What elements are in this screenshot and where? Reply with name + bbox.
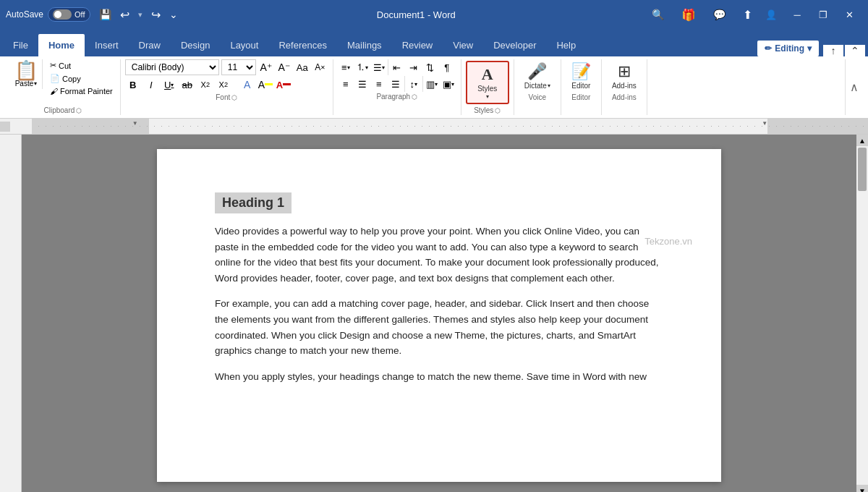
autosave-toggle[interactable]: Off (48, 7, 90, 22)
font-expand-icon[interactable]: ⬡ (231, 94, 237, 101)
undo-icon[interactable]: ↩ (117, 7, 132, 23)
editing-mode-button[interactable]: ✏ Editing ▾ (757, 41, 819, 56)
subscript-button[interactable]: X2 (197, 77, 213, 93)
underline-button[interactable]: U▾ (161, 77, 177, 93)
italic-button[interactable]: I (143, 77, 159, 93)
tab-references[interactable]: References (268, 34, 336, 56)
clear-formatting-button[interactable]: A✕ (312, 59, 328, 75)
scroll-up-button[interactable]: ▲ (856, 135, 868, 146)
left-ruler (0, 135, 22, 492)
microphone-icon: 🎤 (527, 62, 547, 81)
tab-file[interactable]: File (3, 34, 38, 56)
align-right-button[interactable]: ≡ (371, 76, 387, 92)
editing-mode-label: Editing (775, 43, 804, 54)
tab-layout[interactable]: Layout (220, 34, 268, 56)
scroll-down-button[interactable]: ▼ (856, 485, 868, 492)
styles-content: A Styles ▾ (466, 59, 509, 106)
editor-group-label: Editor (566, 93, 597, 102)
heading[interactable]: Heading 1 (215, 192, 292, 213)
paragraph-buttons: ≡▾ ⒈▾ ☰▾ ⇤ ⇥ ⇅ ¶ ≡ ☰ ≡ ☰ ↕▾ ▥ (338, 59, 456, 92)
minimize-button[interactable]: ─ (784, 0, 810, 29)
window-controls: 👤 ─ ❐ ✕ (758, 0, 862, 29)
paragraph-2[interactable]: For example, you can add a matching cove… (215, 296, 663, 358)
font-color-bar (283, 83, 291, 85)
tab-draw[interactable]: Draw (129, 34, 171, 56)
decrease-font-button[interactable]: A⁻ (276, 59, 292, 75)
multilevel-button[interactable]: ☰▾ (371, 59, 387, 75)
highlight-button[interactable]: A (258, 77, 273, 93)
styles-button[interactable]: A Styles ▾ (466, 61, 509, 104)
search-icon[interactable]: 🔍 (646, 6, 670, 23)
autosave-area: AutoSave Off (6, 7, 90, 22)
clipboard-expand-icon[interactable]: ⬡ (76, 107, 82, 114)
align-left-button[interactable]: ≡ (338, 76, 354, 92)
comment-icon[interactable]: 💬 (707, 6, 731, 23)
font-style-row: B I U▾ ab X2 X2 A A A (125, 77, 328, 93)
cut-button[interactable]: ✂ Cut (47, 59, 116, 72)
copy-icon: 📄 (50, 74, 60, 83)
share-icon[interactable]: ⬆ (737, 5, 758, 25)
ribbon-share-button[interactable]: ↑ (823, 45, 843, 56)
show-formatting-button[interactable]: ¶ (439, 59, 455, 75)
styles-expand-icon[interactable]: ⬡ (495, 107, 501, 114)
voice-group-label: Voice (519, 93, 556, 102)
tab-help[interactable]: Help (546, 34, 586, 56)
styles-chevron: ▾ (486, 93, 489, 100)
ribbon-collapse-button[interactable]: ∧ (845, 59, 862, 115)
bullets-button[interactable]: ≡▾ (338, 59, 354, 75)
borders-button[interactable]: ▣▾ (441, 76, 456, 92)
ribbon-collapse-button[interactable]: ⌃ (845, 45, 865, 56)
styles-A-icon: A (482, 65, 493, 84)
tab-home[interactable]: Home (38, 34, 85, 56)
customize-icon[interactable]: ⌄ (166, 7, 181, 22)
ribbon-icon[interactable]: 🎁 (676, 5, 702, 25)
tab-design[interactable]: Design (171, 34, 220, 56)
shading-button[interactable]: ▥▾ (424, 76, 440, 92)
scrollbar-thumb[interactable] (858, 148, 867, 191)
close-button[interactable]: ✕ (836, 0, 862, 29)
scrollbar-track[interactable] (856, 146, 868, 485)
change-case-button[interactable]: Aa (294, 59, 310, 75)
ruler-corner[interactable] (0, 122, 10, 132)
redo-icon[interactable]: ↪ (148, 7, 163, 23)
tab-review[interactable]: Review (392, 34, 443, 56)
tab-mailings[interactable]: Mailings (337, 34, 392, 56)
increase-indent-button[interactable]: ⇥ (406, 59, 422, 75)
dictate-button[interactable]: 🎤 Dictate ▾ (522, 61, 553, 91)
paragraph-3[interactable]: When you apply styles, your headings cha… (215, 369, 663, 385)
addins-button[interactable]: ⊞ Add-ins (609, 61, 639, 91)
right-scrollbar[interactable]: ▲ ▼ (856, 135, 868, 492)
scroll-content[interactable]: Tekzone.vn Heading 1 Video provides a po… (22, 135, 856, 492)
decrease-indent-button[interactable]: ⇤ (389, 59, 405, 75)
editor-button[interactable]: 📝 Editor (569, 61, 594, 91)
font-name-select[interactable]: Calibri (Body) (125, 59, 219, 75)
font-color-button[interactable]: A (276, 77, 292, 93)
copy-button[interactable]: 📄 Copy (47, 72, 116, 85)
document-page[interactable]: Tekzone.vn Heading 1 Video provides a po… (157, 149, 721, 482)
tab-insert[interactable]: Insert (85, 34, 129, 56)
paragraph-1[interactable]: Video provides a powerful way to help yo… (215, 224, 663, 286)
justify-button[interactable]: ☰ (388, 76, 404, 92)
paste-button[interactable]: 📋 Paste ▾ (10, 59, 43, 89)
dictate-label: Dictate ▾ (524, 82, 550, 90)
tab-view[interactable]: View (443, 34, 483, 56)
toggle-off (53, 9, 72, 20)
font-size-select[interactable]: 11 (221, 59, 256, 75)
text-effects-button[interactable]: A (239, 77, 255, 93)
save-icon[interactable]: 💾 (96, 7, 114, 22)
bold-button[interactable]: B (125, 77, 141, 93)
superscript-button[interactable]: X2 (216, 77, 231, 93)
paragraph-row1: ≡▾ ⒈▾ ☰▾ ⇤ ⇥ ⇅ ¶ (338, 59, 456, 75)
tab-developer[interactable]: Developer (483, 34, 546, 56)
paragraph-expand-icon[interactable]: ⬡ (412, 93, 417, 101)
sort-button[interactable]: ⇅ (422, 59, 438, 75)
format-painter-button[interactable]: 🖌 Format Painter (47, 85, 116, 97)
numbering-button[interactable]: ⒈▾ (354, 59, 370, 75)
clipboard-group: 📋 Paste ▾ ✂ Cut 📄 Copy (6, 59, 121, 115)
account-icon[interactable]: 👤 (758, 0, 784, 29)
increase-font-button[interactable]: A⁺ (258, 59, 274, 75)
strikethrough-button[interactable]: ab (179, 77, 195, 93)
restore-button[interactable]: ❐ (810, 0, 836, 29)
line-spacing-button[interactable]: ↕▾ (406, 76, 422, 92)
align-center-button[interactable]: ☰ (354, 76, 370, 92)
